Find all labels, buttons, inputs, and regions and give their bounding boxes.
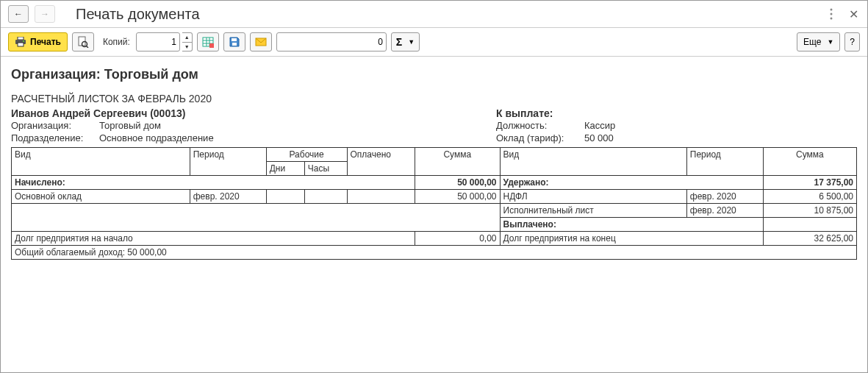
info-row: Подразделение: Основное подразделение	[11, 132, 496, 144]
col-header: Оплачено	[347, 148, 415, 176]
col-header: Часы	[304, 162, 347, 176]
copies-spinner[interactable]: ▲ ▼	[182, 32, 193, 51]
question-icon: ?	[850, 37, 855, 47]
col-header: Сумма	[763, 148, 856, 176]
col-header: Сумма	[415, 148, 500, 176]
withheld-total: 17 375,00	[763, 176, 856, 190]
arrow-left-icon: ←	[14, 9, 23, 19]
col-header: Вид	[12, 148, 190, 176]
svg-line-9	[86, 46, 88, 49]
svg-rect-15	[209, 43, 214, 48]
svg-rect-3	[18, 37, 24, 40]
close-button[interactable]: ✕	[847, 7, 860, 21]
chevron-down-icon[interactable]: ▼	[182, 43, 192, 51]
sigma-icon: Σ	[396, 36, 402, 48]
table-cell	[763, 218, 856, 232]
more-button-label: Еще	[803, 37, 821, 47]
help-button[interactable]: ?	[844, 32, 860, 51]
table-cell-highlighted: февр. 2020	[686, 204, 763, 218]
print-button-label: Печать	[30, 37, 61, 47]
chevron-down-icon: ▼	[408, 38, 415, 46]
debt-end-value: 32 625,00	[763, 232, 856, 246]
printer-icon	[15, 37, 26, 47]
preview-button[interactable]	[72, 32, 94, 51]
svg-point-6	[23, 40, 24, 42]
save-button[interactable]	[223, 32, 245, 51]
copies-label: Копий:	[103, 37, 130, 47]
document-viewport[interactable]: Организация: Торговый дом РАСЧЕТНЫЙ ЛИСТ…	[1, 57, 867, 372]
col-header: Период	[686, 148, 763, 176]
payslip-period-title: РАСЧЕТНЫЙ ЛИСТОК ЗА ФЕВРАЛЬ 2020	[11, 93, 857, 104]
table-cell	[266, 190, 304, 204]
svg-point-1	[831, 13, 833, 15]
table-cell: НДФЛ	[500, 190, 686, 204]
table-cell: 6 500,00	[763, 190, 856, 204]
debt-start-label: Долг предприятия на начало	[12, 232, 415, 246]
export-excel-button[interactable]	[197, 32, 219, 51]
chevron-up-icon[interactable]: ▲	[182, 33, 192, 43]
page-number-input[interactable]	[276, 32, 387, 51]
table-cell-highlighted: Исполнительный лист	[500, 204, 686, 218]
table-cell	[12, 204, 501, 232]
table-cell	[347, 190, 415, 204]
more-button[interactable]: Еще ▼	[797, 32, 840, 51]
col-header: Вид	[500, 148, 686, 176]
info-row: Оклад (тариф): 50 000	[496, 132, 857, 144]
copies-input[interactable]	[136, 32, 180, 51]
kebab-menu-button[interactable]	[825, 7, 838, 21]
pay-header: К выплате:	[496, 107, 857, 119]
table-cell: 50 000,00	[415, 190, 500, 204]
org-header: Организация: Торговый дом	[11, 67, 857, 82]
payslip-table: Вид Период Рабочие Оплачено Сумма Вид Пе…	[11, 147, 857, 260]
section-label: Удержано:	[500, 176, 763, 190]
employee-name: Иванов Андрей Сергеевич (00013)	[11, 107, 496, 119]
window-title: Печать документа	[76, 6, 819, 23]
floppy-disk-icon	[229, 36, 240, 48]
debt-end-label: Долг предприятия на конец	[500, 232, 763, 246]
section-label: Выплачено:	[500, 218, 763, 232]
close-icon: ✕	[849, 7, 858, 21]
svg-point-2	[831, 18, 833, 20]
email-button[interactable]	[250, 32, 272, 51]
col-header: Период	[190, 148, 266, 176]
nav-back-button[interactable]: ←	[8, 5, 29, 23]
table-cell: Основной оклад	[12, 190, 190, 204]
section-label: Начислено:	[12, 176, 415, 190]
table-cell: февр. 2020	[686, 190, 763, 204]
nav-forward-button[interactable]: →	[35, 5, 55, 23]
spreadsheet-icon	[202, 36, 214, 48]
svg-rect-17	[232, 43, 237, 46]
table-cell	[304, 190, 347, 204]
svg-point-0	[831, 9, 833, 11]
table-cell-highlighted: 10 875,00	[763, 204, 856, 218]
svg-rect-16	[232, 38, 237, 41]
info-row: Организация: Торговый дом	[11, 119, 496, 132]
col-header: Дни	[266, 162, 304, 176]
info-row: Должность: Кассир	[496, 119, 857, 132]
table-cell: февр. 2020	[190, 190, 266, 204]
envelope-icon	[255, 38, 267, 46]
accrued-total: 50 000,00	[415, 176, 500, 190]
debt-start-value: 0,00	[415, 232, 500, 246]
sum-button[interactable]: Σ ▼	[391, 32, 420, 51]
col-header: Рабочие	[266, 148, 347, 162]
page-magnify-icon	[77, 36, 89, 48]
taxable-income: Общий облагаемый доход: 50 000,00	[12, 246, 857, 260]
arrow-right-icon: →	[40, 9, 49, 19]
chevron-down-icon: ▼	[827, 38, 833, 46]
print-button[interactable]: Печать	[8, 32, 68, 51]
svg-rect-5	[18, 43, 24, 46]
